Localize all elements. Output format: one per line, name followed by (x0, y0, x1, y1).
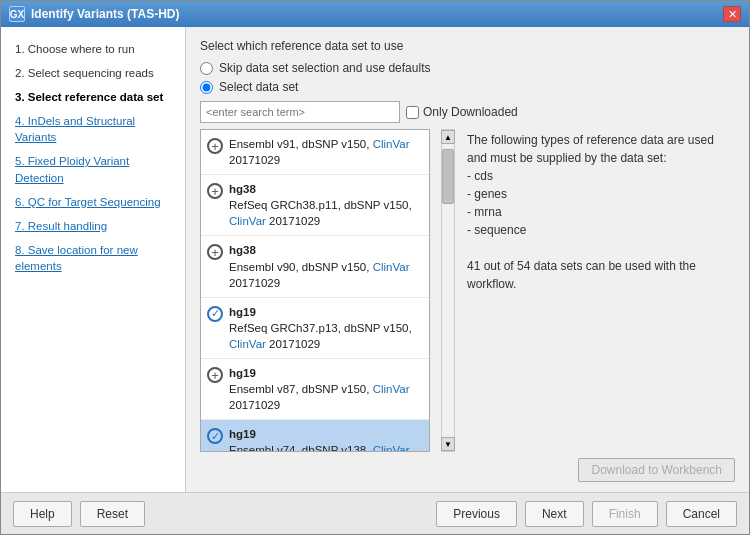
content-area: 1. Choose where to run 2. Select sequenc… (1, 27, 749, 492)
download-btn-row: Download to Workbench (578, 458, 735, 482)
sidebar-item-step7[interactable]: 7. Result handling (9, 214, 177, 238)
expand-icon: + (207, 367, 223, 383)
list-item[interactable]: ✓ hg19 RefSeq GRCh37.p13, dbSNP v150, Cl… (201, 298, 429, 359)
list-item[interactable]: + Ensembl v91, dbSNP v150, ClinVar 20171… (201, 130, 429, 175)
scroll-up-button[interactable]: ▲ (441, 130, 455, 144)
sidebar-item-step3[interactable]: 3. Select reference data set (9, 85, 177, 109)
check-icon: ✓ (207, 428, 223, 444)
scroll-track (442, 144, 454, 437)
list-panel-container: + Ensembl v91, dbSNP v150, ClinVar 20171… (200, 129, 735, 452)
info-panel: The following types of reference data ar… (467, 129, 735, 452)
expand-icon: + (207, 183, 223, 199)
search-input[interactable] (200, 101, 400, 123)
list-item[interactable]: + hg38 Ensembl v90, dbSNP v150, ClinVar … (201, 236, 429, 297)
dataset-list: + Ensembl v91, dbSNP v150, ClinVar 20171… (201, 130, 429, 451)
footer-bar: Help Reset Previous Next Finish Cancel (1, 492, 749, 534)
main-panel: Select which reference data set to use S… (186, 27, 749, 492)
help-button[interactable]: Help (13, 501, 72, 527)
scroll-down-button[interactable]: ▼ (441, 437, 455, 451)
window-title: Identify Variants (TAS-HD) (31, 7, 179, 21)
cancel-button[interactable]: Cancel (666, 501, 737, 527)
sidebar: 1. Choose where to run 2. Select sequenc… (1, 27, 186, 492)
main-window: GX Identify Variants (TAS-HD) ✕ 1. Choos… (0, 0, 750, 535)
only-downloaded-label[interactable]: Only Downloaded (406, 105, 518, 119)
only-downloaded-checkbox[interactable] (406, 106, 419, 119)
title-bar: GX Identify Variants (TAS-HD) ✕ (1, 1, 749, 27)
sidebar-item-step8[interactable]: 8. Save location for new elements (9, 238, 177, 278)
expand-icon: + (207, 244, 223, 260)
sidebar-item-step1[interactable]: 1. Choose where to run (9, 37, 177, 61)
sidebar-item-step6[interactable]: 6. QC for Target Sequencing (9, 190, 177, 214)
reset-button[interactable]: Reset (80, 501, 145, 527)
download-button[interactable]: Download to Workbench (578, 458, 735, 482)
scroll-thumb[interactable] (442, 149, 454, 204)
list-item[interactable]: + hg19 Ensembl v87, dbSNP v150, ClinVar … (201, 359, 429, 420)
next-button[interactable]: Next (525, 501, 584, 527)
search-row: Only Downloaded (200, 101, 735, 123)
finish-button[interactable]: Finish (592, 501, 658, 527)
sidebar-item-step5[interactable]: 5. Fixed Ploidy Variant Detection (9, 149, 177, 189)
radio-skip-row: Skip data set selection and use defaults (200, 61, 735, 75)
check-icon: ✓ (207, 306, 223, 322)
sidebar-item-step4[interactable]: 4. InDels and Structural Variants (9, 109, 177, 149)
info-text: The following types of reference data ar… (467, 131, 735, 293)
sidebar-item-step2[interactable]: 2. Select sequencing reads (9, 61, 177, 85)
section-title: Select which reference data set to use (200, 39, 735, 53)
radio-select-row: Select data set (200, 80, 735, 94)
radio-skip-label[interactable]: Skip data set selection and use defaults (219, 61, 430, 75)
expand-icon: + (207, 138, 223, 154)
previous-button[interactable]: Previous (436, 501, 517, 527)
dataset-list-wrapper: + Ensembl v91, dbSNP v150, ClinVar 20171… (200, 129, 430, 452)
list-item[interactable]: + hg38 RefSeq GRCh38.p11, dbSNP v150, Cl… (201, 175, 429, 236)
radio-select-label[interactable]: Select data set (219, 80, 298, 94)
close-button[interactable]: ✕ (723, 6, 741, 22)
app-icon: GX (9, 6, 25, 22)
scrollbar[interactable]: ▲ ▼ (441, 129, 455, 452)
radio-select[interactable] (200, 81, 213, 94)
radio-skip[interactable] (200, 62, 213, 75)
list-item[interactable]: ✓ hg19 Ensembl v74, dbSNP v138, ClinVar … (201, 420, 429, 451)
